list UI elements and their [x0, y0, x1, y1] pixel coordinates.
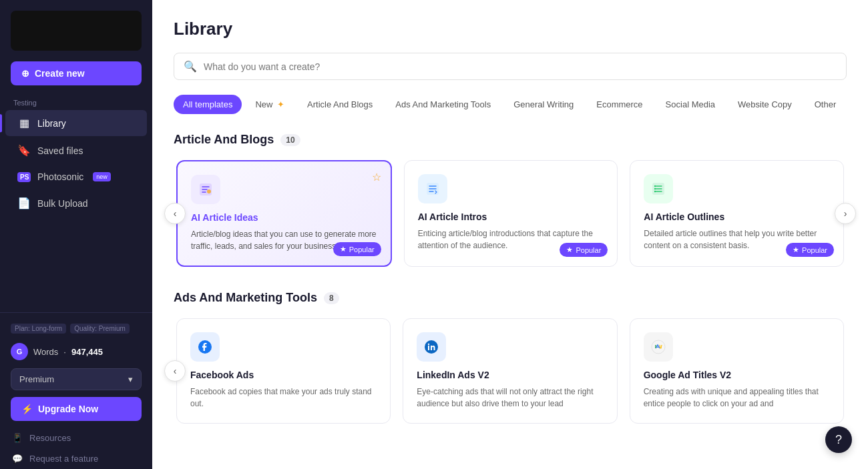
popular-badge: ★ Popular — [786, 243, 834, 257]
article-ideas-icon — [198, 181, 214, 197]
sidebar-item-bulk-upload-label: Bulk Upload — [37, 198, 88, 209]
card-ai-article-outlines-title: AI Article Outlines — [644, 211, 830, 222]
main-content: Library 🔍 All templates New ✦ Article An… — [152, 0, 868, 469]
sidebar-item-saved-files[interactable]: 🔖 Saved files — [5, 137, 147, 163]
create-new-label: Create new — [35, 68, 85, 79]
svg-point-1 — [207, 189, 211, 193]
question-mark-icon: ? — [835, 433, 842, 447]
upgrade-now-button[interactable]: ⚡ Upgrade Now — [11, 397, 142, 421]
sidebar-item-photosonic-label: Photosonic — [37, 171, 83, 182]
tabs-bar: All templates New ✦ Article And Blogs Ad… — [174, 95, 847, 114]
tab-general-writing[interactable]: General Writing — [504, 95, 583, 114]
sidebar-item-request-feature[interactable]: 💬 Request a feature — [0, 448, 152, 469]
sidebar-item-photosonic[interactable]: PS Photosonic new — [5, 165, 147, 189]
sidebar-section-label: Testing — [0, 93, 152, 109]
svg-point-5 — [654, 188, 656, 189]
words-row: G Words · 947,445 — [0, 339, 152, 364]
star-popular-icon: ★ — [793, 246, 799, 254]
card-icon-wrap — [644, 332, 673, 362]
plus-circle-icon: ⊕ — [21, 68, 29, 79]
tab-all-templates[interactable]: All templates — [174, 95, 242, 114]
card-ai-article-ideas-title: AI Article Ideas — [191, 212, 377, 223]
bookmark-icon: 🔖 — [17, 144, 31, 157]
card-ai-article-ideas[interactable]: ☆ AI Article Ideas Article/blog ideas th… — [176, 160, 392, 267]
sidebar-bottom: Plan: Long-form Quality: Premium G Words… — [0, 312, 152, 469]
card-icon-wrap — [191, 175, 220, 204]
card-icon-wrap — [190, 332, 220, 362]
star-icon: ✦ — [277, 99, 284, 109]
cards-nav-right-article[interactable]: › — [835, 203, 856, 224]
premium-label: Premium — [19, 374, 54, 384]
new-badge: new — [93, 172, 111, 181]
card-ai-article-outlines[interactable]: AI Article Outlines Detailed article out… — [630, 160, 844, 267]
sidebar-item-bulk-upload[interactable]: 📄 Bulk Upload — [5, 190, 147, 216]
plan-info: Plan: Long-form Quality: Premium — [11, 324, 142, 334]
section-ads-marketing: Ads And Marketing Tools 8 ‹ Facebook Ads… — [174, 291, 847, 426]
svg-point-4 — [654, 185, 656, 187]
create-new-button[interactable]: ⊕ Create new — [11, 61, 142, 85]
linkedin-icon — [423, 339, 439, 355]
section-article-blogs-count: 10 — [280, 134, 300, 146]
sidebar: ⊕ Create new Testing ▦ Library 🔖 Saved f… — [0, 0, 152, 469]
words-label: Words — [33, 347, 58, 357]
article-blogs-cards-row: ‹ ☆ AI Article Ideas Article/blog ideas … — [174, 157, 847, 270]
avatar: G — [11, 343, 28, 360]
cards-nav-left-article[interactable]: ‹ — [164, 203, 186, 224]
card-icon-wrap — [418, 174, 447, 203]
tab-social-media[interactable]: Social Media — [656, 95, 724, 114]
card-google-ad-titles-title: Google Ad Titles V2 — [644, 370, 830, 380]
tab-article-blogs[interactable]: Article And Blogs — [298, 95, 382, 114]
tab-ecommerce[interactable]: Ecommerce — [587, 95, 652, 114]
card-google-ad-titles[interactable]: Google Ad Titles V2 Creating ads with un… — [630, 318, 844, 424]
star-popular-icon: ★ — [566, 246, 573, 254]
section-article-blogs-title: Article And Blogs — [174, 133, 274, 147]
page-title: Library — [174, 19, 847, 39]
card-icon-wrap — [644, 174, 673, 203]
chevron-down-icon: ▾ — [128, 374, 133, 384]
ads-marketing-cards-container: Facebook Ads Facebook ad copies that mak… — [174, 316, 847, 426]
card-google-ad-titles-desc: Creating ads with unique and appealing t… — [644, 386, 830, 410]
ads-marketing-cards-row: ‹ Facebook Ads Facebook ad copies that m… — [174, 316, 847, 426]
card-ai-article-intros[interactable]: AI Article Intros Enticing article/blog … — [404, 160, 618, 267]
premium-select[interactable]: Premium ▾ — [11, 368, 142, 390]
tab-new[interactable]: New ✦ — [246, 95, 294, 114]
words-count: 947,445 — [71, 347, 103, 357]
popular-label: Popular — [576, 246, 601, 254]
card-linkedin-ads-title: LinkedIn Ads V2 — [417, 370, 603, 380]
cards-nav-left-ads[interactable]: ‹ — [164, 360, 186, 382]
popular-label: Popular — [802, 246, 827, 254]
section-article-blogs-header: Article And Blogs 10 — [174, 133, 847, 147]
search-bar: 🔍 — [174, 53, 847, 80]
card-facebook-ads-desc: Facebook ad copies that make your ads tr… — [190, 386, 377, 410]
search-icon: 🔍 — [184, 60, 197, 73]
sidebar-item-library[interactable]: ▦ Library — [5, 110, 147, 136]
card-ai-article-intros-title: AI Article Intros — [418, 211, 604, 222]
library-icon: ▦ — [17, 117, 31, 129]
sidebar-item-resources[interactable]: 📱 Resources — [0, 428, 152, 448]
search-input[interactable] — [204, 61, 837, 72]
tab-ads-marketing[interactable]: Ads And Marketing Tools — [386, 95, 500, 114]
card-linkedin-ads-desc: Eye-catching ads that will not only attr… — [417, 386, 603, 410]
section-ads-marketing-header: Ads And Marketing Tools 8 — [174, 291, 847, 305]
article-intros-icon — [425, 181, 441, 197]
svg-point-6 — [654, 191, 656, 192]
tab-other[interactable]: Other — [805, 95, 846, 114]
sidebar-item-saved-files-label: Saved files — [37, 145, 83, 156]
tab-website-copy[interactable]: Website Copy — [728, 95, 801, 114]
card-facebook-ads-title: Facebook Ads — [190, 370, 377, 380]
section-ads-marketing-count: 8 — [324, 292, 339, 304]
quality-label: Quality: Premium — [70, 324, 130, 334]
section-ads-marketing-title: Ads And Marketing Tools — [174, 291, 317, 305]
sidebar-logo — [11, 11, 142, 51]
help-button[interactable]: ? — [825, 426, 852, 453]
card-facebook-ads[interactable]: Facebook Ads Facebook ad copies that mak… — [176, 318, 391, 424]
card-icon-wrap — [417, 332, 446, 362]
star-icon: ☆ — [372, 171, 381, 183]
request-feature-icon: 💬 — [12, 454, 23, 464]
popular-badge: ★ Popular — [560, 243, 608, 257]
resources-icon: 📱 — [12, 433, 23, 443]
bulk-upload-icon: 📄 — [17, 197, 31, 209]
google-ads-icon — [650, 339, 666, 355]
card-linkedin-ads[interactable]: LinkedIn Ads V2 Eye-catching ads that wi… — [403, 318, 617, 424]
svg-point-10 — [428, 344, 429, 345]
